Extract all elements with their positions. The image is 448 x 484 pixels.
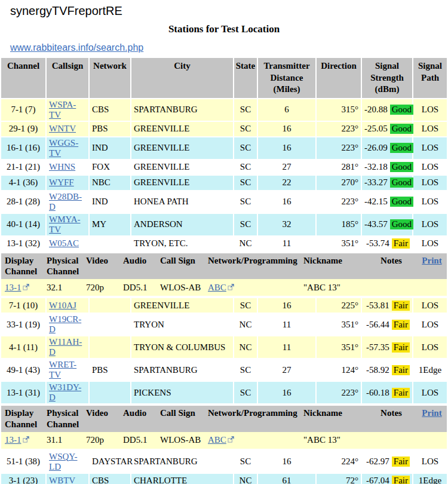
callsign-cell: W11AH-D	[47, 336, 88, 358]
callsign-cell: W10AJ	[47, 298, 88, 313]
callsign-link[interactable]: WHNS	[49, 162, 75, 171]
details-column-header: Physical Channel	[43, 253, 82, 280]
signal-value: -32.18	[364, 162, 388, 171]
network-cell	[90, 336, 130, 358]
print-link[interactable]: Print	[422, 408, 441, 418]
network-cell: IND	[90, 191, 130, 213]
details-column-header: Nickname	[300, 253, 366, 280]
stations-table: ChannelCallsignNetworkCityStateTransmitt…	[0, 57, 448, 252]
path-cell: LOS	[413, 382, 447, 403]
tables: ChannelCallsignNetworkCityStateTransmitt…	[0, 57, 448, 484]
physical-channel-cell: 32.1	[43, 279, 82, 296]
callsign-link[interactable]: WGGS-TV	[49, 138, 78, 158]
signal-value: -62.97	[366, 457, 389, 466]
callsign-link[interactable]: WYFF	[49, 177, 74, 187]
quality-badge: Good	[390, 143, 413, 153]
signal-cell: -33.27Good	[362, 176, 412, 190]
quality-badge: Good	[390, 177, 413, 188]
details-column-header: Notes	[366, 406, 413, 432]
signal-cell: -56.44Fair	[362, 314, 412, 335]
network-cell: PBS	[90, 122, 130, 136]
callsign-link[interactable]: WMYA-TV	[49, 215, 81, 234]
callsign-link[interactable]: W19CR-D	[49, 314, 81, 334]
signal-cell: -42.15Good	[362, 191, 412, 213]
quality-badge: Fair	[392, 365, 410, 375]
source-link[interactable]: www.rabbitears.info/search.php	[10, 42, 143, 53]
quality-badge: Fair	[392, 342, 410, 353]
channel-cell: 40-1 (14)	[1, 214, 45, 235]
signal-value: -25.05	[364, 124, 388, 133]
distance-cell: 16	[258, 122, 315, 136]
network-programming-link[interactable]: ABC	[208, 435, 234, 445]
state-cell: SC	[234, 214, 257, 235]
signal-cell: -58.92Fair	[362, 359, 412, 381]
callsign-link[interactable]: WBTV	[49, 476, 75, 484]
callsign-link[interactable]: W11AH-D	[49, 337, 82, 357]
signal-value: -67.04	[366, 476, 389, 484]
callsign-cell: WSPA-TV	[47, 99, 88, 121]
page-title: synergyTVFreportRE	[0, 0, 448, 18]
callsign-link[interactable]: WSQY-LD	[49, 452, 78, 471]
channel-cell: 33-1 (19)	[1, 314, 45, 335]
distance-cell: 11	[258, 237, 315, 251]
callsign-link[interactable]: WRET-TV	[49, 360, 76, 379]
callsign-link[interactable]: WSPA-TV	[49, 100, 76, 120]
callsign-link[interactable]: WNTV	[49, 124, 76, 133]
details-column-header: Network/Programming	[204, 406, 300, 432]
city-cell: TRYON, ETC.	[131, 237, 233, 251]
direction-cell: 281°	[317, 160, 361, 174]
city-cell: SPARTANBURG	[131, 99, 233, 121]
distance-cell: 16	[258, 382, 315, 403]
city-cell: TRYON	[131, 314, 233, 335]
state-cell: SC	[234, 359, 257, 381]
signal-cell: -57.35Fair	[362, 336, 412, 358]
details-column-header: Video	[82, 253, 119, 280]
distance-cell: 11	[258, 314, 315, 335]
callsign-link[interactable]: W28DB-D	[49, 192, 82, 212]
physical-channel-cell: 31.1	[43, 432, 82, 449]
station-row: 4-1 (11)W11AH-DTRYON & COLUMBUSNC11351°-…	[1, 336, 447, 358]
station-row: 40-1 (14)WMYA-TVMYANDERSONSC32185°-43.57…	[1, 214, 447, 235]
callsign-cell: WMYA-TV	[47, 214, 88, 235]
signal-cell: -32.18Good	[362, 160, 412, 174]
callsign-cell: WRET-TV	[47, 359, 88, 381]
signal-value: -56.44	[366, 320, 389, 329]
distance-cell: 61	[258, 474, 315, 484]
station-row: 3-1 (23)WBTVCBSCHARLOTTENC6172°-67.04Fai…	[1, 474, 447, 484]
direction-cell: 223°	[317, 137, 361, 159]
callsign-link[interactable]: W10AJ	[49, 301, 76, 310]
column-header: Network	[90, 58, 130, 98]
call-sign-cell: WLOS-AB	[157, 432, 204, 449]
notes-cell	[366, 432, 413, 449]
signal-cell: -53.74Fair	[362, 237, 412, 251]
network-programming-link[interactable]: ABC	[208, 283, 234, 292]
column-header: City	[131, 58, 233, 98]
quality-badge: Good	[390, 105, 413, 115]
signal-cell: -53.81Fair	[362, 298, 412, 313]
signal-cell: -67.04Fair	[362, 474, 412, 484]
path-cell: 1Edge	[413, 474, 447, 484]
display-channel-link[interactable]: 13-1	[5, 283, 29, 292]
distance-cell: 16	[258, 298, 315, 313]
network-programming-cell: ABC	[204, 432, 300, 449]
direction-cell: 223°	[317, 382, 361, 403]
callsign-link[interactable]: W05AC	[49, 238, 79, 248]
station-row: 51-1 (38)WSQY-LDDAYSTARSPARTANBURGSC1622…	[1, 451, 447, 473]
print-link[interactable]: Print	[422, 256, 441, 265]
state-cell: SC	[234, 298, 257, 313]
display-channel-link[interactable]: 13-1	[5, 435, 29, 445]
channel-cell: 21-1 (21)	[1, 160, 45, 174]
signal-value: -58.92	[366, 365, 389, 375]
city-cell: SPARTANBURG	[131, 359, 233, 381]
external-link-icon	[228, 435, 234, 445]
print-cell	[413, 279, 447, 296]
direction-cell: 124°	[317, 359, 361, 381]
network-cell	[90, 298, 130, 313]
callsign-link[interactable]: W31DY-D	[49, 382, 81, 402]
city-cell: GREENVILLE	[131, 160, 233, 174]
stations-table: 7-1 (10)W10AJGREENVILLESC16225°-53.81Fai…	[0, 297, 448, 405]
signal-value: -20.88	[364, 105, 388, 114]
channel-cell: 13-1 (32)	[1, 237, 45, 251]
station-row: 4-1 (36)WYFFNBCGREENVILLESC22270°-33.27G…	[1, 176, 447, 190]
state-cell: SC	[234, 191, 257, 213]
